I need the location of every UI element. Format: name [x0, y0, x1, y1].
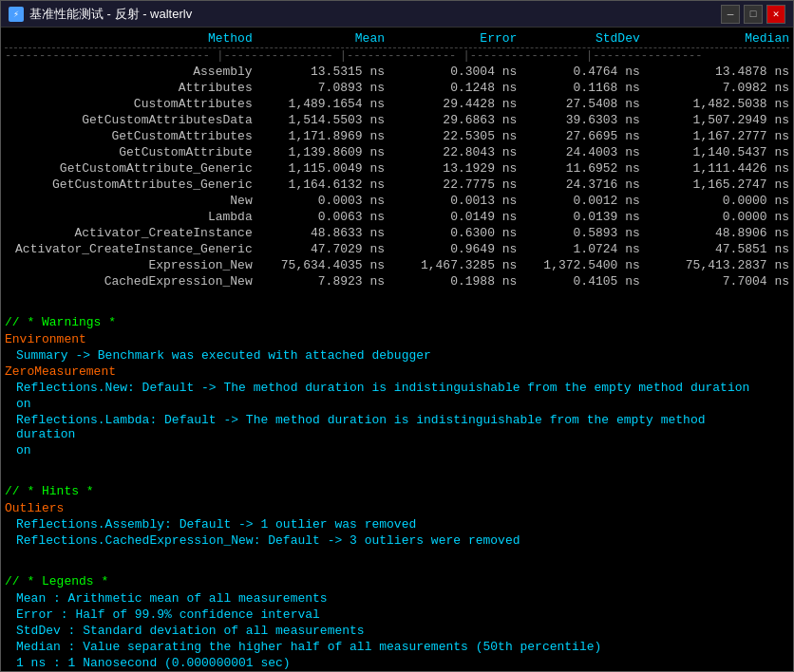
table-row: GetCustomAttributes 1,171.8969 ns 22.530… — [5, 128, 789, 144]
cell-stddev: 11.6952 ns — [524, 161, 647, 176]
table-row: CustomAttributes 1,489.1654 ns 29.4428 n… — [5, 96, 789, 112]
cell-error: 29.4428 ns — [392, 97, 524, 111]
cell-error: 1,467.3285 ns — [392, 258, 524, 272]
cell-method: CustomAttributes — [5, 97, 260, 111]
zero-lines-container: Reflections.New: Default -> The method d… — [1, 380, 793, 458]
cell-method: Lambda — [5, 210, 260, 224]
cell-error: 29.6863 ns — [392, 113, 524, 127]
close-button[interactable]: ✕ — [766, 5, 785, 24]
table-row: GetCustomAttributesData 1,514.5503 ns 29… — [5, 112, 789, 128]
zero-measurement-line: on — [1, 442, 780, 458]
cell-stddev: 0.1168 ns — [524, 81, 647, 95]
cell-mean: 1,139.8609 ns — [260, 145, 392, 159]
table-header-row: Method Mean Error StdDev Median — [5, 29, 789, 48]
outlier-line: Reflections.Assembly: Default -> 1 outli… — [1, 516, 793, 532]
cell-stddev: 0.4105 ns — [524, 274, 647, 289]
app-icon: ⚡ — [9, 7, 24, 22]
cell-mean: 7.0893 ns — [260, 81, 392, 95]
cell-mean: 1,171.8969 ns — [260, 129, 392, 143]
cell-error: 0.1988 ns — [392, 274, 524, 289]
cell-median: 1,482.5038 ns — [648, 97, 789, 111]
hints-header: // * Hints * — [1, 480, 793, 500]
main-window: ⚡ 基准性能测试 - 反射 - walterlv — □ ✕ Method Me… — [0, 0, 794, 672]
cell-method: GetCustomAttribute — [5, 145, 260, 159]
cell-median: 7.0982 ns — [648, 81, 789, 95]
cell-mean: 1,164.6132 ns — [260, 177, 392, 192]
cell-median: 47.5851 ns — [648, 242, 789, 256]
table-row: Activator_CreateInstance_Generic 47.7029… — [5, 241, 789, 257]
cell-mean: 13.5315 ns — [260, 65, 392, 79]
cell-median: 48.8906 ns — [648, 226, 789, 240]
cell-mean: 7.8923 ns — [260, 274, 392, 289]
header-stddev: StdDev — [524, 31, 647, 46]
table-row: Activator_CreateInstance 48.8633 ns 0.63… — [5, 225, 789, 241]
warnings-header: // * Warnings * — [1, 311, 793, 331]
minimize-button[interactable]: — — [721, 5, 740, 24]
cell-error: 22.8043 ns — [392, 145, 524, 159]
cell-error: 0.3004 ns — [392, 65, 524, 79]
cell-stddev: 24.4003 ns — [524, 145, 647, 159]
cell-stddev: 1.0724 ns — [524, 242, 647, 256]
header-mean: Mean — [260, 31, 392, 46]
cell-median: 1,167.2777 ns — [648, 129, 789, 143]
cell-median: 75,413.2837 ns — [648, 258, 789, 272]
cell-stddev: 1,372.5400 ns — [524, 258, 647, 272]
cell-median: 0.0000 ns — [648, 194, 789, 208]
legend-line: Median : Value separating the higher hal… — [1, 639, 793, 655]
cell-method: GetCustomAttribute_Generic — [5, 161, 260, 176]
cell-method: New — [5, 194, 260, 208]
cell-mean: 75,634.4035 ns — [260, 258, 392, 272]
hints-section: // * Hints * Outliers Reflections.Assemb… — [1, 480, 793, 549]
cell-median: 1,140.5437 ns — [648, 145, 789, 159]
legend-line: StdDev : Standard deviation of all measu… — [1, 623, 793, 639]
header-method: Method — [5, 31, 260, 46]
cell-mean: 0.0003 ns — [260, 194, 392, 208]
table-row: New 0.0003 ns 0.0013 ns 0.0012 ns 0.0000… — [5, 193, 789, 209]
cell-median: 7.7004 ns — [648, 274, 789, 289]
cell-mean: 1,514.5503 ns — [260, 113, 392, 127]
cell-method: Activator_CreateInstance — [5, 226, 260, 240]
zero-measurement-line: Reflections.Lambda: Default -> The metho… — [1, 412, 780, 442]
title-bar: ⚡ 基准性能测试 - 反射 - walterlv — □ ✕ — [1, 1, 793, 28]
maximize-button[interactable]: □ — [744, 5, 763, 24]
cell-stddev: 24.3716 ns — [524, 177, 647, 192]
env-label: Environment — [1, 331, 793, 347]
cell-method: Expression_New — [5, 258, 260, 272]
cell-error: 22.7775 ns — [392, 177, 524, 192]
cell-method: Attributes — [5, 81, 260, 95]
cell-error: 0.9649 ns — [392, 242, 524, 256]
cell-stddev: 0.4764 ns — [524, 65, 647, 79]
warnings-section: // * Warnings * Environment Summary -> B… — [1, 311, 793, 458]
cell-median: 0.0000 ns — [648, 210, 789, 224]
cell-method: GetCustomAttributes — [5, 129, 260, 143]
outlier-line: Reflections.CachedExpression_New: Defaul… — [1, 532, 793, 549]
terminal-content[interactable]: Method Mean Error StdDev Median --------… — [1, 28, 793, 671]
cell-error: 0.0013 ns — [392, 194, 524, 208]
table-rows-container: Assembly 13.5315 ns 0.3004 ns 0.4764 ns … — [5, 64, 789, 289]
window-controls: — □ ✕ — [721, 5, 785, 24]
cell-error: 13.1929 ns — [392, 161, 524, 176]
cell-median: 13.4878 ns — [648, 65, 789, 79]
cell-stddev: 27.6695 ns — [524, 129, 647, 143]
header-median: Median — [648, 31, 789, 46]
outliers-label: Outliers — [1, 500, 793, 516]
cell-median: 1,165.2747 ns — [648, 177, 789, 192]
cell-mean: 47.7029 ns — [260, 242, 392, 256]
table-row: Expression_New 75,634.4035 ns 1,467.3285… — [5, 257, 789, 273]
table-row: Assembly 13.5315 ns 0.3004 ns 0.4764 ns … — [5, 64, 789, 80]
table-row: GetCustomAttributes_Generic 1,164.6132 n… — [5, 177, 789, 193]
cell-stddev: 39.6303 ns — [524, 113, 647, 127]
cell-mean: 0.0063 ns — [260, 210, 392, 224]
table-row: CachedExpression_New 7.8923 ns 0.1988 ns… — [5, 273, 789, 289]
zero-label: ZeroMeasurement — [1, 364, 793, 380]
cell-error: 0.1248 ns — [392, 81, 524, 95]
cell-mean: 1,115.0049 ns — [260, 161, 392, 176]
cell-stddev: 27.5408 ns — [524, 97, 647, 111]
legend-lines-container: Mean : Arithmetic mean of all measuremen… — [1, 590, 793, 671]
table-row: Lambda 0.0063 ns 0.0149 ns 0.0139 ns 0.0… — [5, 209, 789, 225]
cell-stddev: 0.0012 ns — [524, 194, 647, 208]
table-row: GetCustomAttribute_Generic 1,115.0049 ns… — [5, 160, 789, 177]
table-row: Attributes 7.0893 ns 0.1248 ns 0.1168 ns… — [5, 80, 789, 96]
cell-error: 22.5305 ns — [392, 129, 524, 143]
table-row: GetCustomAttribute 1,139.8609 ns 22.8043… — [5, 144, 789, 160]
